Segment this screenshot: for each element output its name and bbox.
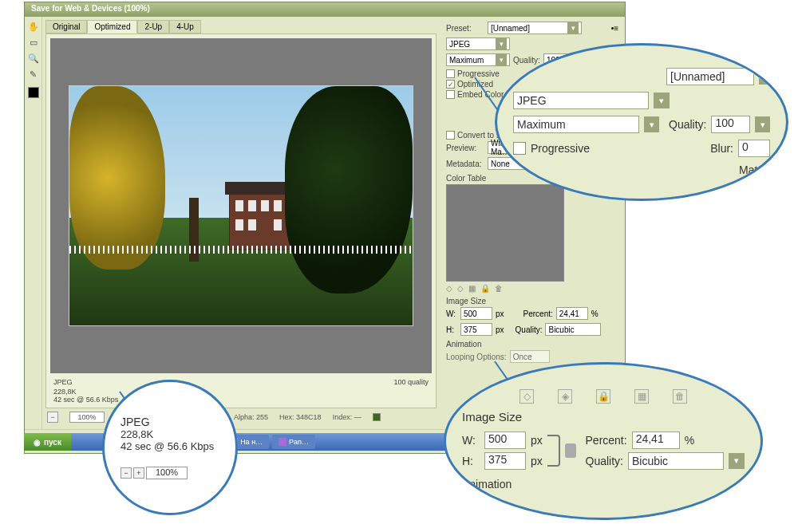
height-input[interactable]: 375 <box>460 323 492 336</box>
color-table[interactable] <box>446 184 564 282</box>
image-size-label: Image Size <box>446 297 618 305</box>
c-percent-input[interactable]: 24,41 <box>632 432 680 449</box>
meta-filesize: 228,8K <box>50 388 432 396</box>
chevron-down-icon: ▾ <box>567 22 579 33</box>
callout-image-size: ◇ ◈ 🔒 ▦ 🗑 Image Size W: 500 px H: 375 px… <box>444 362 763 520</box>
c-icon[interactable]: ◇ <box>519 389 534 404</box>
c-w-label: W: <box>462 434 480 447</box>
slice-select-tool-icon[interactable]: ▭ <box>27 36 40 49</box>
readout-alpha: Alpha: 255 <box>234 413 268 421</box>
window-titlebar[interactable]: Save for Web & Devices (100%) <box>25 2 625 17</box>
width-input[interactable]: 500 <box>460 307 492 320</box>
c3-zoom-in[interactable]: + <box>133 467 144 479</box>
c-image-size-title: Image Size <box>462 410 745 424</box>
progressive-checkbox[interactable] <box>446 69 455 78</box>
meta-quality: 100 quality <box>393 378 429 386</box>
c-h-label: H: <box>462 455 480 467</box>
embed-profile-checkbox[interactable] <box>446 90 455 99</box>
preview-label: Preview: <box>446 144 484 152</box>
ct-lock-icon[interactable]: 🔒 <box>480 284 490 293</box>
c3-zoom-field[interactable]: 100% <box>146 467 188 479</box>
callout-format-settings: [Unnamed] ▾ JPEG ▾ Maximum ▾ Quality: 10… <box>495 43 788 201</box>
h-label: H: <box>446 325 457 334</box>
chevron-down-icon: ▾ <box>496 38 507 49</box>
c-quality-preset-dropdown[interactable]: Maximum <box>513 116 639 133</box>
c3-download-est: 42 sec @ 56.6 Kbps <box>120 440 219 452</box>
ct-icon[interactable]: ◇ <box>457 284 464 293</box>
tab-4up[interactable]: 4-Up <box>169 20 201 33</box>
chevron-down-icon: ▾ <box>729 453 745 469</box>
convert-srgb-checkbox[interactable] <box>446 131 455 140</box>
readout-index: Index: — <box>333 413 361 421</box>
callout-file-info: JPEG 228,8K 42 sec @ 56.6 Kbps − + 100% <box>102 380 238 515</box>
panel-menu-icon[interactable]: •≡ <box>611 24 618 33</box>
image-canvas[interactable] <box>50 38 432 373</box>
c-percent-label: Percent: <box>586 434 627 447</box>
percent-input[interactable]: 24,41 <box>556 307 588 320</box>
c-quality-label: Quality: <box>669 118 706 131</box>
c3-filesize: 228,8K <box>120 428 219 440</box>
constrain-bracket-icon <box>547 435 560 467</box>
zoom-field[interactable]: 100% <box>69 412 105 423</box>
c-matte-label: Matte: <box>739 164 770 176</box>
quality-label: Quality: <box>513 56 540 65</box>
chevron-down-icon: ▾ <box>644 116 659 132</box>
c-quality-dropdown[interactable]: Bicubic <box>628 452 724 470</box>
quality-interp-label: Quality: <box>516 325 543 334</box>
chevron-down-icon: ▾ <box>759 69 775 85</box>
eyedropper-tool-icon[interactable]: ✎ <box>27 68 40 81</box>
looping-dropdown: Once <box>510 350 550 363</box>
quality-preset-dropdown[interactable]: Maximum▾ <box>446 53 510 66</box>
animation-label: Animation <box>446 340 618 349</box>
c-quality-label: Quality: <box>586 455 623 467</box>
c-progressive-checkbox[interactable] <box>513 142 526 155</box>
chevron-down-icon: ▾ <box>496 54 507 65</box>
quality-interp-dropdown[interactable]: Bicubic <box>545 323 601 336</box>
c-trash-icon[interactable]: 🗑 <box>673 389 687 404</box>
c-format-dropdown[interactable]: JPEG <box>513 92 649 109</box>
hand-tool-icon[interactable]: ✋ <box>27 20 40 33</box>
c-quality-input[interactable]: 100 <box>711 116 750 133</box>
status-bar: − 100% R: G: 60 B: 24 Alpha: 255 Hex: 34… <box>45 408 437 426</box>
meta-download-est: 42 sec @ 56.6 Kbps <box>53 396 118 404</box>
start-button[interactable]: ◉ пуск <box>24 433 71 451</box>
chevron-down-icon: ▾ <box>755 116 770 132</box>
preview-tabs: Original Optimized 2-Up 4-Up <box>45 20 437 33</box>
c-height-input[interactable]: 375 <box>484 452 526 470</box>
sample-color-swatch <box>373 413 381 421</box>
c-icon[interactable]: ▦ <box>634 389 649 404</box>
ct-trash-icon[interactable]: 🗑 <box>495 284 503 293</box>
c-blur-label: Blur: <box>710 142 733 155</box>
c-width-input[interactable]: 500 <box>484 432 526 449</box>
color-table-toolbar: ◇ ◇ ▦ 🔒 🗑 <box>446 284 618 293</box>
ct-icon[interactable]: ◇ <box>446 284 452 293</box>
preset-label: Preset: <box>446 24 484 33</box>
c3-format: JPEG <box>120 416 219 428</box>
taskbar-item[interactable]: Pan… <box>272 435 315 449</box>
zoom-out-button[interactable]: − <box>47 412 58 423</box>
preset-dropdown[interactable]: [Unnamed]▾ <box>488 22 582 34</box>
c-preset-dropdown[interactable]: [Unnamed] <box>666 68 754 85</box>
c3-zoom-out[interactable]: − <box>120 467 132 479</box>
chevron-down-icon: ▾ <box>654 93 670 108</box>
w-label: W: <box>446 309 457 318</box>
preview-image <box>69 86 413 325</box>
c-blur-input[interactable]: 0 <box>738 140 770 157</box>
meta-format: JPEG <box>53 378 73 386</box>
c-toolbar: ◇ ◈ 🔒 ▦ 🗑 <box>462 389 745 404</box>
tool-strip: ✋ ▭ 🔍 ✎ <box>25 17 42 429</box>
zoom-tool-icon[interactable]: 🔍 <box>27 52 40 65</box>
tab-2up[interactable]: 2-Up <box>137 20 169 33</box>
optimized-checkbox[interactable]: ✓ <box>446 80 455 89</box>
tab-optimized[interactable]: Optimized <box>87 20 137 33</box>
format-dropdown[interactable]: JPEG▾ <box>446 37 510 50</box>
tab-original[interactable]: Original <box>45 20 87 33</box>
link-icon[interactable] <box>565 443 576 458</box>
c-cube-icon[interactable]: ◈ <box>558 389 572 404</box>
looping-label: Looping Options: <box>446 353 507 361</box>
percent-label: Percent: <box>523 309 553 318</box>
ct-icon[interactable]: ▦ <box>468 284 476 293</box>
foreground-color-swatch[interactable] <box>28 87 39 98</box>
c-lock-icon[interactable]: 🔒 <box>596 389 610 404</box>
readout-hex: Hex: 348C18 <box>279 413 322 421</box>
